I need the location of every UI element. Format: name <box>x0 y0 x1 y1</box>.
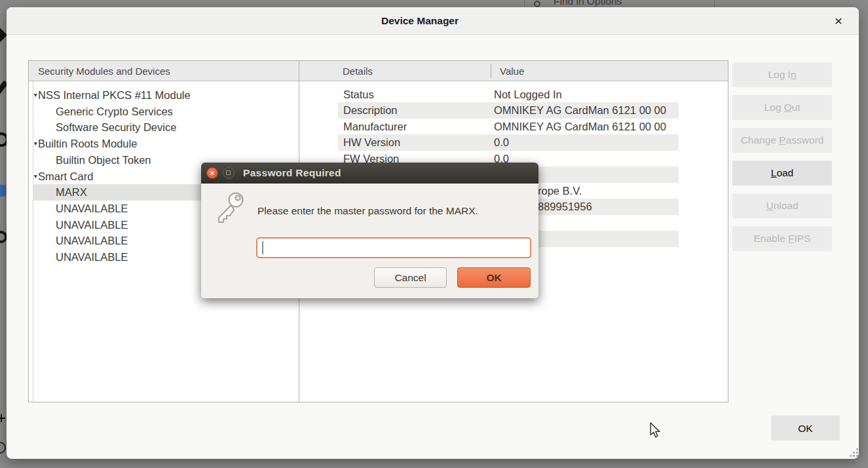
dimmed-backdrop-top: Find in Options <box>0 0 868 7</box>
column-divider <box>491 64 491 78</box>
tree-header-label: Security Modules and Devices <box>29 61 299 81</box>
tree-item-nss-internal-pkcs11-module[interactable]: ▼ NSS Internal PKCS #11 Module <box>33 87 297 104</box>
load-button[interactable]: Load <box>732 161 832 185</box>
search-icon <box>534 1 540 7</box>
enable-fips-button[interactable]: Enable FIPS <box>732 226 832 251</box>
maximize-icon[interactable] <box>223 167 235 179</box>
tree-item-builtin-roots-module[interactable]: ▼ Builtin Roots Module <box>33 136 297 152</box>
tree-item-label: NSS Internal PKCS #11 Module <box>38 87 191 104</box>
mouse-cursor-icon <box>649 422 662 439</box>
password-prompt-message: Please enter the master password for the… <box>257 205 478 217</box>
row-value: 0.0 <box>494 134 509 151</box>
log-out-button[interactable]: Log Out <box>732 95 832 120</box>
ok-button[interactable]: OK <box>771 416 840 440</box>
value-column-header: Value <box>500 61 524 81</box>
password-required-dialog: × Password Required Please enter the mas… <box>201 163 538 298</box>
details-row: Description OMNIKEY AG CardMan 6121 00 0… <box>338 102 679 119</box>
resize-grip-icon[interactable] <box>850 448 852 450</box>
details-row: HW Version 0.0 <box>338 134 679 151</box>
window-title: Device Manager <box>7 7 833 34</box>
row-label: HW Version <box>343 134 400 151</box>
dialog-ok-button[interactable]: OK <box>457 267 531 288</box>
details-row: Manufacturer OMNIKEY AG CardMan 6121 00 … <box>338 119 679 135</box>
unload-button[interactable]: Unload <box>732 193 832 218</box>
dialog-titlebar[interactable]: × Password Required <box>201 163 538 184</box>
details-header: Details Value <box>299 61 728 81</box>
row-value: Not Logged In <box>494 87 562 103</box>
details-row: Status Not Logged In <box>338 87 679 103</box>
change-password-button[interactable]: Change Password <box>732 128 832 153</box>
search-box-border <box>714 0 715 7</box>
tree-item-label: Builtin Object Token <box>56 152 151 168</box>
row-label: Description <box>343 102 398 119</box>
lock-icon <box>0 185 6 197</box>
row-value-fragment: rope B.V. <box>538 183 582 199</box>
row-value: OMNIKEY AG CardMan 6121 00 00 <box>494 119 666 135</box>
tree-item-label: Builtin Roots Module <box>38 136 137 152</box>
details-column-header: Details <box>343 61 373 81</box>
tree-item-label: UNAVAILABLE <box>56 249 128 265</box>
log-in-button[interactable]: Log In <box>732 62 832 87</box>
tree-item-generic-crypto-services[interactable]: Generic Crypto Services <box>33 104 297 120</box>
tree-header: Security Modules and Devices <box>29 61 299 81</box>
close-icon[interactable]: × <box>206 167 218 179</box>
row-label: Manufacturer <box>343 119 407 135</box>
tree-item-label: Generic Crypto Services <box>56 104 173 120</box>
close-icon[interactable]: × <box>830 12 847 29</box>
tree-item-software-security-device[interactable]: Software Security Device <box>33 119 297 136</box>
tree-item-label: MARX <box>56 184 87 201</box>
tree-item-label: UNAVAILABLE <box>56 201 128 217</box>
tree-item-label: UNAVAILABLE <box>56 217 128 233</box>
key-icon <box>212 190 247 227</box>
cancel-button[interactable]: Cancel <box>374 267 447 288</box>
row-label: Status <box>343 87 374 103</box>
circle-icon <box>0 442 6 454</box>
plus-icon <box>0 414 5 422</box>
row-value-fragment: 889951956 <box>538 199 592 215</box>
text-caret <box>262 241 263 254</box>
find-in-options-text: Find in Options <box>554 0 622 7</box>
tree-item-label: Smart Card <box>38 168 93 185</box>
row-value: OMNIKEY AG CardMan 6121 00 00 <box>494 102 666 119</box>
tree-item-label: Software Security Device <box>56 119 176 136</box>
password-input[interactable] <box>256 237 531 258</box>
dialog-title: Password Required <box>243 163 341 184</box>
search-box-border <box>524 0 525 7</box>
titlebar: Device Manager × <box>7 7 859 35</box>
screen: Find in Options Device Manager × Securit… <box>0 0 868 468</box>
tree-item-label: UNAVAILABLE <box>56 233 128 249</box>
